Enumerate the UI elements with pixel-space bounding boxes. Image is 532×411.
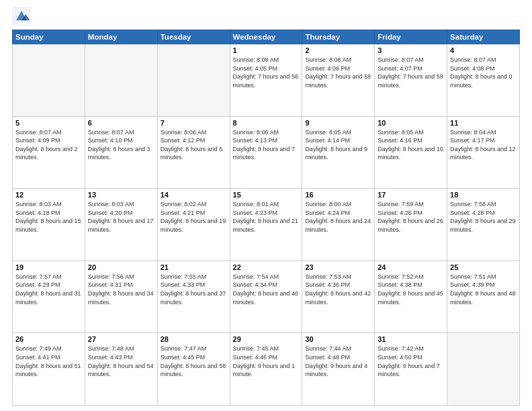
day-info: Sunrise: 8:06 AMSunset: 4:12 PMDaylight:… [161,128,227,162]
day-info: Sunrise: 8:03 AMSunset: 4:18 PMDaylight:… [15,200,82,234]
day-cell: 26Sunrise: 7:49 AMSunset: 4:41 PMDayligh… [13,333,85,406]
day-cell: 11Sunrise: 8:04 AMSunset: 4:17 PMDayligh… [447,116,520,189]
day-cell: 31Sunrise: 7:42 AMSunset: 4:50 PMDayligh… [375,333,447,406]
day-cell: 6Sunrise: 8:07 AMSunset: 4:10 PMDaylight… [85,116,157,189]
day-cell: 21Sunrise: 7:55 AMSunset: 4:33 PMDayligh… [157,261,230,333]
day-number: 6 [88,119,154,127]
day-info: Sunrise: 7:49 AMSunset: 4:41 PMDaylight:… [15,345,82,378]
day-cell: 23Sunrise: 7:53 AMSunset: 4:36 PMDayligh… [302,261,375,333]
day-info: Sunrise: 8:04 AMSunset: 4:17 PMDaylight:… [450,128,517,162]
page: SundayMondayTuesdayWednesdayThursdayFrid… [0,0,532,411]
day-info: Sunrise: 8:07 AMSunset: 4:09 PMDaylight:… [15,128,82,162]
day-info: Sunrise: 7:54 AMSunset: 4:34 PMDaylight:… [233,273,300,306]
day-number: 10 [378,119,444,127]
header [12,7,520,26]
week-row-2: 12Sunrise: 8:03 AMSunset: 4:18 PMDayligh… [13,189,520,261]
weekday-sunday: Sunday [13,30,85,44]
weekday-monday: Monday [85,30,157,44]
day-cell: 20Sunrise: 7:56 AMSunset: 4:31 PMDayligh… [85,261,157,333]
day-number: 22 [233,263,300,271]
calendar-header: SundayMondayTuesdayWednesdayThursdayFrid… [13,30,520,44]
day-info: Sunrise: 7:58 AMSunset: 4:28 PMDaylight:… [450,200,517,234]
weekday-header-row: SundayMondayTuesdayWednesdayThursdayFrid… [13,30,520,44]
day-cell: 22Sunrise: 7:54 AMSunset: 4:34 PMDayligh… [230,261,302,333]
day-cell: 12Sunrise: 8:03 AMSunset: 4:18 PMDayligh… [13,189,85,261]
day-info: Sunrise: 7:57 AMSunset: 4:29 PMDaylight:… [15,273,82,306]
day-info: Sunrise: 8:00 AMSunset: 4:24 PMDaylight:… [305,200,371,234]
day-cell [85,44,157,117]
day-number: 1 [233,46,300,54]
day-number: 15 [233,191,300,199]
week-row-4: 26Sunrise: 7:49 AMSunset: 4:41 PMDayligh… [13,333,520,406]
day-number: 4 [450,46,517,54]
day-cell: 14Sunrise: 8:02 AMSunset: 4:21 PMDayligh… [157,189,230,261]
day-number: 30 [305,335,371,343]
day-info: Sunrise: 8:07 AMSunset: 4:10 PMDaylight:… [88,128,154,162]
weekday-saturday: Saturday [447,30,520,44]
day-number: 12 [15,191,82,199]
weekday-wednesday: Wednesday [230,30,302,44]
day-cell [13,44,85,117]
day-info: Sunrise: 8:08 AMSunset: 4:06 PMDaylight:… [305,56,371,89]
day-cell: 5Sunrise: 8:07 AMSunset: 4:09 PMDaylight… [13,116,85,189]
day-info: Sunrise: 8:07 AMSunset: 4:08 PMDaylight:… [450,56,517,89]
day-info: Sunrise: 7:59 AMSunset: 4:26 PMDaylight:… [378,200,444,234]
day-cell: 28Sunrise: 7:47 AMSunset: 4:45 PMDayligh… [157,333,230,406]
day-info: Sunrise: 8:05 AMSunset: 4:16 PMDaylight:… [378,128,444,162]
day-info: Sunrise: 7:44 AMSunset: 4:48 PMDaylight:… [305,345,371,378]
day-number: 29 [233,335,300,343]
day-cell: 3Sunrise: 8:07 AMSunset: 4:07 PMDaylight… [375,44,447,117]
weekday-friday: Friday [375,30,447,44]
day-number: 18 [450,191,517,199]
day-cell: 9Sunrise: 8:05 AMSunset: 4:14 PMDaylight… [302,116,375,189]
day-cell: 16Sunrise: 8:00 AMSunset: 4:24 PMDayligh… [302,189,375,261]
day-number: 7 [161,119,227,127]
day-cell [447,333,520,406]
calendar: SundayMondayTuesdayWednesdayThursdayFrid… [12,30,520,406]
day-number: 24 [378,263,444,271]
week-row-0: 1Sunrise: 8:08 AMSunset: 4:05 PMDaylight… [13,44,520,117]
day-number: 11 [450,119,517,127]
day-cell: 4Sunrise: 8:07 AMSunset: 4:08 PMDaylight… [447,44,520,117]
day-cell: 18Sunrise: 7:58 AMSunset: 4:28 PMDayligh… [447,189,520,261]
day-info: Sunrise: 7:55 AMSunset: 4:33 PMDaylight:… [161,273,227,306]
day-cell: 15Sunrise: 8:01 AMSunset: 4:23 PMDayligh… [230,189,302,261]
calendar-body: 1Sunrise: 8:08 AMSunset: 4:05 PMDaylight… [13,44,520,406]
day-cell: 24Sunrise: 7:52 AMSunset: 4:38 PMDayligh… [375,261,447,333]
day-cell: 25Sunrise: 7:51 AMSunset: 4:39 PMDayligh… [447,261,520,333]
day-info: Sunrise: 7:51 AMSunset: 4:39 PMDaylight:… [450,273,517,306]
day-number: 13 [88,191,154,199]
day-number: 28 [161,335,227,343]
day-info: Sunrise: 8:03 AMSunset: 4:20 PMDaylight:… [88,200,154,234]
day-number: 23 [305,263,371,271]
logo [12,7,34,26]
day-cell: 17Sunrise: 7:59 AMSunset: 4:26 PMDayligh… [375,189,447,261]
day-number: 26 [15,335,82,343]
day-cell: 19Sunrise: 7:57 AMSunset: 4:29 PMDayligh… [13,261,85,333]
day-cell: 7Sunrise: 8:06 AMSunset: 4:12 PMDaylight… [157,116,230,189]
day-info: Sunrise: 7:47 AMSunset: 4:45 PMDaylight:… [161,345,227,378]
day-number: 5 [15,119,82,127]
day-info: Sunrise: 7:56 AMSunset: 4:31 PMDaylight:… [88,273,154,306]
day-info: Sunrise: 7:52 AMSunset: 4:38 PMDaylight:… [378,273,444,306]
day-info: Sunrise: 7:45 AMSunset: 4:46 PMDaylight:… [233,345,300,378]
weekday-thursday: Thursday [302,30,375,44]
day-number: 25 [450,263,517,271]
day-cell: 29Sunrise: 7:45 AMSunset: 4:46 PMDayligh… [230,333,302,406]
day-info: Sunrise: 8:01 AMSunset: 4:23 PMDaylight:… [233,200,300,234]
week-row-1: 5Sunrise: 8:07 AMSunset: 4:09 PMDaylight… [13,116,520,189]
day-number: 31 [378,335,444,343]
day-number: 9 [305,119,371,127]
day-cell: 30Sunrise: 7:44 AMSunset: 4:48 PMDayligh… [302,333,375,406]
logo-icon [12,7,31,26]
day-info: Sunrise: 7:48 AMSunset: 4:43 PMDaylight:… [88,345,154,378]
day-number: 17 [378,191,444,199]
day-info: Sunrise: 8:02 AMSunset: 4:21 PMDaylight:… [161,200,227,234]
day-number: 19 [15,263,82,271]
day-number: 20 [88,263,154,271]
day-number: 2 [305,46,371,54]
day-cell: 27Sunrise: 7:48 AMSunset: 4:43 PMDayligh… [85,333,157,406]
day-info: Sunrise: 8:08 AMSunset: 4:05 PMDaylight:… [233,56,300,89]
weekday-tuesday: Tuesday [157,30,230,44]
day-number: 16 [305,191,371,199]
